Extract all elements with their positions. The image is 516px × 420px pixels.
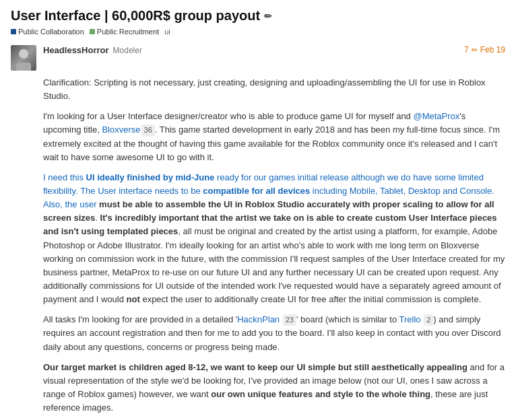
post-meta: HeadlessHorror Modeler bbox=[43, 45, 457, 55]
link-bloxverse[interactable]: Bloxverse bbox=[102, 125, 140, 135]
p2-mid3: . bbox=[95, 213, 100, 223]
clarification-text: Clarification: Scripting is not necessar… bbox=[43, 77, 486, 101]
post-author-row: HeadlessHorror Modeler bbox=[43, 45, 457, 55]
edit-icon[interactable]: ✏ bbox=[264, 11, 272, 22]
avatar bbox=[11, 45, 36, 71]
post-header-right: 7 ✏ Feb 19 bbox=[464, 45, 505, 55]
tag-dot-green bbox=[90, 29, 95, 34]
post-date: Feb 19 bbox=[480, 45, 505, 55]
p4-bold1: Our target market is children aged 8-12,… bbox=[43, 362, 467, 372]
paragraph-2: I need this UI ideally finished by mid-J… bbox=[43, 171, 505, 306]
p3-pre: All tasks I'm looking for are provided i… bbox=[43, 314, 237, 324]
author-name[interactable]: HeadlessHorror bbox=[43, 45, 109, 55]
tag-public-recruitment[interactable]: Public Recruitment bbox=[90, 28, 159, 36]
clarification-paragraph: Clarification: Scripting is not necessar… bbox=[43, 76, 505, 103]
tag-label-collaboration: Public Collaboration bbox=[18, 28, 84, 36]
p2-bold2: compatible for all devices bbox=[203, 186, 310, 196]
badge-trello: 2 bbox=[424, 314, 433, 326]
link-trello[interactable]: Trello bbox=[399, 314, 421, 324]
p2-end: expect the user to additionally create U… bbox=[140, 294, 482, 304]
tag-label-recruitment: Public Recruitment bbox=[97, 28, 159, 36]
post-card: HeadlessHorror Modeler 7 ✏ Feb 19 Clarif… bbox=[11, 45, 505, 415]
tag-public-collaboration[interactable]: Public Collaboration bbox=[11, 28, 84, 36]
author-role: Modeler bbox=[113, 46, 142, 55]
tags-row: Public Collaboration Public Recruitment … bbox=[11, 28, 505, 36]
p2-bold5: not bbox=[127, 294, 140, 304]
paragraph-1: I'm looking for a User Interface designe… bbox=[43, 110, 505, 164]
link-metaprox[interactable]: @MetaProx bbox=[413, 111, 459, 121]
badge-bloxverse: 36 bbox=[141, 125, 155, 136]
page-title: User Interface | 60,000R$ group payout ✏ bbox=[11, 8, 505, 24]
p3-mid: ' board (which is similar to bbox=[296, 314, 399, 324]
edit-count: 7 bbox=[464, 45, 469, 55]
paragraph-4: Our target market is children aged 8-12,… bbox=[43, 361, 505, 415]
p2-bold1: UI ideally finished by mid-June bbox=[86, 172, 215, 182]
p2-pre-blue: I need this bbox=[43, 172, 86, 182]
title-text: User Interface | 60,000R$ group payout bbox=[11, 8, 260, 24]
post-header: HeadlessHorror Modeler 7 ✏ Feb 19 bbox=[11, 45, 505, 71]
link-hacknplan[interactable]: HacknPlan bbox=[237, 314, 280, 324]
p1-pre: I'm looking for a User Interface designe… bbox=[43, 111, 413, 121]
post-edit-icon: ✏ bbox=[472, 46, 478, 55]
badge-hacknplan: 23 bbox=[283, 314, 296, 326]
p2-mid4: , all must be original and created by th… bbox=[43, 226, 505, 304]
paragraph-3: All tasks I'm looking for are provided i… bbox=[43, 313, 505, 353]
post-body: Clarification: Scripting is not necessar… bbox=[11, 76, 505, 415]
tag-ui[interactable]: ui bbox=[164, 28, 170, 36]
p4-bold2: our own unique features and style to the… bbox=[211, 389, 430, 399]
tag-dot-blue bbox=[11, 29, 16, 34]
